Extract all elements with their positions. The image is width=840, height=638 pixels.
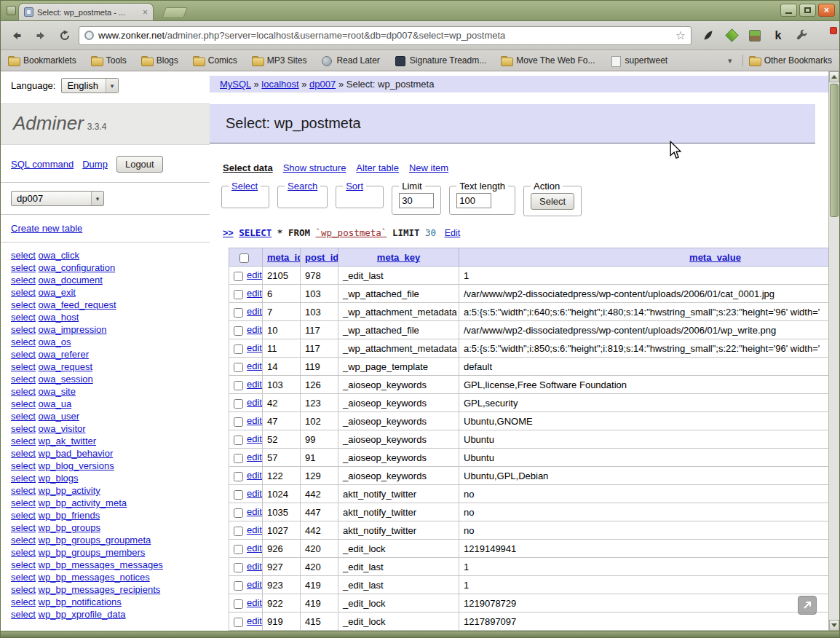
row-checkbox[interactable] [234, 326, 243, 336]
table-name-link[interactable]: wp_bp_groups_members [39, 547, 146, 558]
table-name-link[interactable]: wp_blogs [39, 473, 79, 484]
table-name-link[interactable]: wp_bp_messages_recipients [39, 584, 161, 595]
close-button[interactable]: × [818, 4, 835, 17]
table-name-link[interactable]: owa_visitor [39, 423, 86, 434]
row-checkbox[interactable] [234, 381, 243, 390]
edit-link[interactable]: edit [247, 452, 262, 462]
query-select-link[interactable]: SELECT [239, 227, 272, 238]
select-table-link[interactable]: select [11, 473, 36, 484]
database-select[interactable]: dp007 [11, 191, 104, 206]
select-table-link[interactable]: select [11, 436, 36, 446]
limit-input[interactable] [399, 193, 434, 208]
edit-query-link[interactable]: Edit [445, 228, 461, 238]
edit-link[interactable]: edit [247, 433, 262, 444]
select-table-link[interactable]: select [11, 312, 36, 323]
row-checkbox[interactable] [234, 490, 243, 500]
table-name-link[interactable]: owa_session [39, 374, 93, 385]
search-link[interactable]: Search [288, 181, 317, 192]
scroll-up-button[interactable] [829, 71, 839, 82]
table-name-link[interactable]: owa_request [39, 361, 92, 372]
table-name-link[interactable]: wp_bp_activity [39, 485, 100, 496]
menu-show-structure[interactable]: Show structure [283, 162, 346, 173]
action-select-button[interactable]: Select [531, 193, 574, 210]
text-length-input[interactable] [456, 193, 491, 208]
select-table-link[interactable]: select [11, 559, 36, 570]
edit-link[interactable]: edit [247, 561, 262, 572]
table-name-link[interactable]: owa_user [39, 411, 79, 422]
bookmark-item[interactable]: Blogs [141, 55, 178, 66]
diamond-extension-icon[interactable] [724, 28, 739, 43]
breadcrumb-link[interactable]: dp007 [309, 79, 336, 90]
edit-link[interactable]: edit [247, 488, 262, 499]
row-checkbox[interactable] [234, 399, 243, 409]
breadcrumb-link[interactable]: MySQL [220, 79, 251, 90]
bookmark-item[interactable]: Signature Treadm... [395, 55, 486, 66]
edit-link[interactable]: edit [247, 306, 262, 317]
edit-link[interactable]: edit [247, 415, 262, 426]
row-checkbox[interactable] [234, 545, 243, 554]
select-table-link[interactable]: select [11, 336, 36, 347]
edit-link[interactable]: edit [247, 288, 262, 299]
row-checkbox[interactable] [234, 417, 243, 427]
vertical-scrollbar[interactable] [828, 71, 839, 631]
select-table-link[interactable]: select [11, 374, 36, 385]
row-checkbox[interactable] [234, 344, 243, 354]
back-button[interactable] [7, 25, 27, 46]
edit-link[interactable]: edit [247, 379, 262, 390]
select-table-link[interactable]: select [11, 497, 36, 508]
edit-link[interactable]: edit [247, 506, 262, 517]
edit-link[interactable]: edit [247, 342, 262, 353]
create-table-link[interactable]: Create new table [11, 223, 82, 234]
edit-link[interactable]: edit [247, 524, 262, 535]
feather-extension-icon[interactable] [701, 28, 716, 43]
table-name-link[interactable]: owa_site [39, 386, 76, 397]
row-checkbox[interactable] [234, 290, 243, 299]
table-name-link[interactable]: wp_bp_activity_meta [39, 497, 127, 508]
maximize-button[interactable] [799, 4, 816, 17]
table-name-link[interactable]: wp_bp_friends [39, 510, 100, 521]
row-checkbox[interactable] [234, 308, 243, 318]
sql-shortcut-link[interactable]: >> [223, 228, 234, 238]
table-name-link[interactable]: owa_referer [39, 349, 89, 360]
row-checkbox[interactable] [234, 436, 243, 445]
sort-column-meta-key[interactable]: meta_key [377, 252, 420, 263]
table-name-link[interactable]: owa_impression [39, 324, 107, 335]
sort-column-post-id[interactable]: post_id [305, 252, 338, 263]
select-table-link[interactable]: select [11, 398, 36, 409]
sql-command-link[interactable]: SQL command [11, 159, 74, 170]
select-table-link[interactable]: select [11, 535, 36, 546]
table-name-link[interactable]: owa_ua [39, 398, 72, 409]
table-name-link[interactable]: wp_bad_behavior [39, 448, 114, 459]
edit-link[interactable]: edit [247, 615, 262, 626]
row-checkbox[interactable] [234, 363, 243, 372]
table-name-link[interactable]: wp_bp_messages_notices [39, 572, 150, 583]
bookmark-item[interactable]: Move The Web Fo... [501, 55, 595, 66]
table-name-link[interactable]: owa_click [39, 250, 79, 261]
bookmark-item[interactable]: Tools [91, 55, 127, 66]
table-name-link[interactable]: wp_bp_notifications [39, 596, 122, 607]
select-table-link[interactable]: select [11, 361, 36, 372]
other-bookmarks-button[interactable]: Other Bookmarks [749, 55, 832, 66]
minimize-button[interactable] [780, 4, 797, 17]
reload-button[interactable] [55, 25, 75, 46]
tab-close-icon[interactable]: × [143, 8, 148, 17]
select-table-link[interactable]: select [11, 275, 36, 285]
language-select[interactable]: English [61, 78, 119, 93]
edit-link[interactable]: edit [247, 324, 262, 335]
table-name-link[interactable]: wp_bp_groups_groupmeta [39, 535, 151, 546]
row-checkbox[interactable] [234, 527, 243, 536]
select-table-link[interactable]: select [11, 411, 36, 422]
select-table-link[interactable]: select [11, 460, 36, 471]
sort-column-meta-id[interactable]: meta_id [267, 252, 301, 263]
table-name-link[interactable]: owa_feed_request [39, 299, 116, 310]
select-table-link[interactable]: select [11, 522, 36, 533]
select-table-link[interactable]: select [11, 250, 36, 261]
scroll-down-button[interactable] [829, 620, 839, 631]
edit-link[interactable]: edit [247, 397, 262, 408]
dump-link[interactable]: Dump [82, 159, 108, 170]
k-extension-icon[interactable]: k [771, 28, 785, 43]
menu-alter-table[interactable]: Alter table [356, 162, 399, 173]
bookmark-item[interactable]: supertweet [610, 55, 668, 66]
table-name-link[interactable]: wp_blog_versions [39, 460, 114, 471]
sort-column-meta-value[interactable]: meta_value [689, 252, 741, 263]
